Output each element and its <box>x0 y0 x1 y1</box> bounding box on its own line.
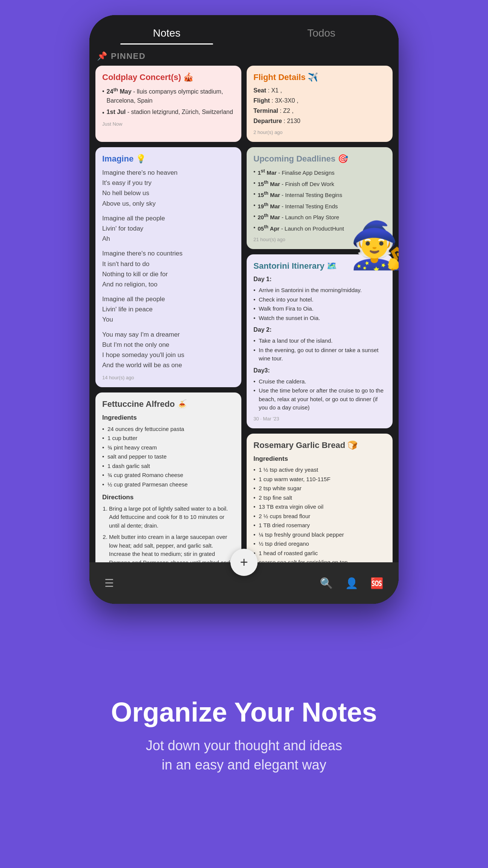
rosemary-title: Rosemary Garlic Bread 🍞 <box>253 440 386 450</box>
santorini-title: Santorini Itinerary 🗺️ <box>253 261 386 271</box>
flight-timestamp: 2 hour(s) ago <box>253 129 386 135</box>
ingredients-list: 24 ounces dry fettuccine pasta 1 cup but… <box>102 425 235 489</box>
marketing-section: Organize Your Notes Jot down your though… <box>81 604 407 868</box>
tab-notes[interactable]: Notes <box>89 21 244 45</box>
pinned-section-header: 📌 PINNED <box>95 45 393 66</box>
directions-list: Bring a large pot of lightly salted wate… <box>102 505 235 562</box>
phone-shell: Notes Todos 📌 PINNED Coldplay Concert(s)… <box>89 15 399 604</box>
pinned-label: PINNED <box>111 51 146 61</box>
marketing-title: Organize Your Notes <box>111 697 377 727</box>
help-icon[interactable]: 🆘 <box>370 577 384 589</box>
rosemary-body: Ingredients 1 ½ tsp active dry yeast 1 c… <box>253 454 386 563</box>
coldplay-timestamp: Just Now <box>102 121 235 127</box>
coldplay-title: Coldplay Concert(s) 🎪 <box>102 72 235 82</box>
rosemary-ingredients-label: Ingredients <box>253 454 386 464</box>
imagine-card[interactable]: Imagine 💡 Imagine there's no heavenIt's … <box>95 147 241 387</box>
right-col: Upcoming Deadlines 🎯 •1st Mar - Finalise… <box>247 147 393 562</box>
add-note-button[interactable]: + <box>230 549 258 576</box>
marketing-subtitle: Jot down your thought and ideasin an eas… <box>146 736 342 774</box>
coldplay-body: • 24th May - lluis companys olympic stad… <box>102 86 235 117</box>
phone-screen: Notes Todos 📌 PINNED Coldplay Concert(s)… <box>89 15 399 604</box>
coldplay-card[interactable]: Coldplay Concert(s) 🎪 • 24th May - lluis… <box>95 66 241 142</box>
santorini-timestamp: 30 · Mar '23 <box>253 416 386 422</box>
left-col: Imagine 💡 Imagine there's no heavenIt's … <box>95 147 241 562</box>
pin-icon: 📌 <box>97 51 107 61</box>
tabs-header: Notes Todos <box>89 15 399 45</box>
flight-body: Seat : X1 , Flight : 3X-3X0 , Terminal :… <box>253 86 386 126</box>
deadlines-title: Upcoming Deadlines 🎯 <box>253 154 386 164</box>
fettuccine-title: Fettuccine Alfredo 🍝 <box>102 399 235 409</box>
main-two-col: Imagine 💡 Imagine there's no heavenIt's … <box>95 147 393 562</box>
flight-card[interactable]: Flight Details ✈️ Seat : X1 , Flight : 3… <box>247 66 393 142</box>
imagine-title: Imagine 💡 <box>102 154 235 164</box>
bullet-icon: • <box>102 87 104 105</box>
fettuccine-card[interactable]: Fettuccine Alfredo 🍝 Ingredients 24 ounc… <box>95 392 241 562</box>
rosemary-card[interactable]: Rosemary Garlic Bread 🍞 Ingredients 1 ½ … <box>247 434 393 563</box>
deadlines-body: •1st Mar - Finalise App Designs •15th Ma… <box>253 168 386 233</box>
bottom-bar: ☰ + 🔍 👤 🆘 <box>89 562 399 604</box>
imagine-body: Imagine there's no heavenIt's easy if yo… <box>102 168 235 370</box>
rosemary-ingredients-list: 1 ½ tsp active dry yeast 1 cup warm wate… <box>253 466 386 562</box>
person-icon[interactable]: 👤 <box>345 577 358 589</box>
flight-title: Flight Details ✈️ <box>253 72 386 82</box>
ingredients-label: Ingredients <box>102 413 235 423</box>
imagine-timestamp: 14 hour(s) ago <box>102 375 235 380</box>
tab-todos[interactable]: Todos <box>244 21 399 45</box>
search-icon[interactable]: 🔍 <box>320 577 333 589</box>
bottom-icons-right: 🔍 👤 🆘 <box>320 577 384 589</box>
scroll-content[interactable]: 📌 PINNED Coldplay Concert(s) 🎪 • 24th Ma… <box>89 45 399 562</box>
santorini-body: Day 1: Arrive in Santorini in the mornin… <box>253 275 386 412</box>
santorini-card[interactable]: Santorini Itinerary 🗺️ Day 1: Arrive in … <box>247 254 393 428</box>
deadlines-timestamp: 21 hour(s) ago <box>253 237 386 242</box>
deadlines-card[interactable]: Upcoming Deadlines 🎯 •1st Mar - Finalise… <box>247 147 393 249</box>
directions-label: Directions <box>102 492 235 502</box>
bullet-icon: • <box>102 108 104 117</box>
pinned-cards-row: Coldplay Concert(s) 🎪 • 24th May - lluis… <box>95 66 393 142</box>
menu-icon[interactable]: ☰ <box>104 577 114 589</box>
fettuccine-body: Ingredients 24 ounces dry fettuccine pas… <box>102 413 235 562</box>
